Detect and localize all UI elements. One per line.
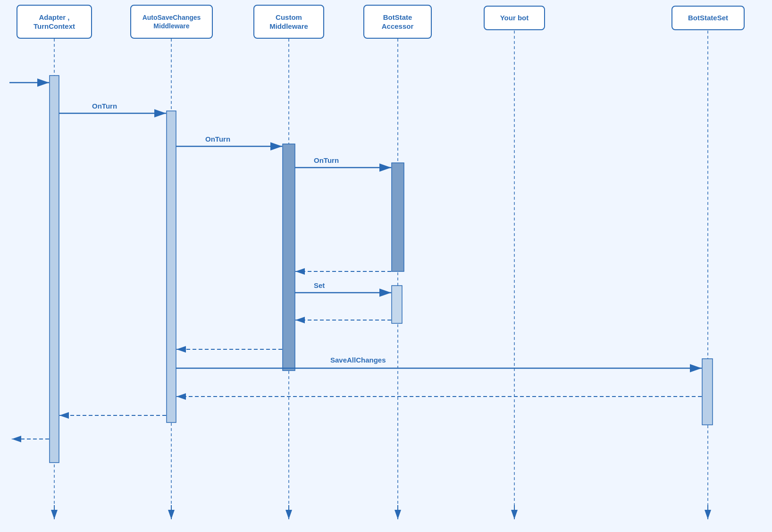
activation-accessor-set <box>392 286 402 323</box>
sequence-diagram: OnTurn OnTurn OnTurn Set SaveAllChanges … <box>0 0 772 532</box>
label-onturn-1: OnTurn <box>92 102 117 110</box>
actor-accessor: BotStateAccessor <box>363 5 432 39</box>
actor-autosave: AutoSaveChangesMiddleware <box>130 5 213 39</box>
activation-custom <box>283 144 295 371</box>
label-saveallchanges: SaveAllChanges <box>330 356 386 364</box>
label-set: Set <box>314 281 325 289</box>
label-onturn-2: OnTurn <box>205 135 230 143</box>
activation-autosave <box>167 111 176 422</box>
label-onturn-3: OnTurn <box>314 156 339 164</box>
actor-yourbot: Your bot <box>484 6 545 30</box>
activation-adapter <box>50 76 59 463</box>
activation-botstateset <box>702 359 713 425</box>
actor-custom: CustomMiddleware <box>253 5 324 39</box>
actor-adapter: Adapter ,TurnContext <box>17 5 92 39</box>
diagram-svg: OnTurn OnTurn OnTurn Set SaveAllChanges <box>0 0 772 532</box>
activation-accessor <box>392 163 404 271</box>
actor-botstateset: BotStateSet <box>671 6 745 30</box>
